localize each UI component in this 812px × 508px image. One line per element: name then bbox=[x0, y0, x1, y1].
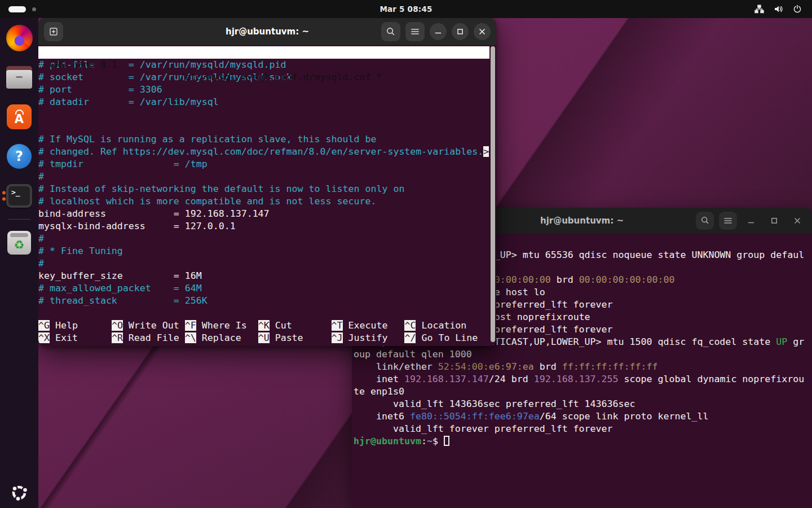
dock-item-trash[interactable]: ♻ bbox=[0, 225, 38, 260]
top-bar: Mar 5 08:45 bbox=[0, 0, 812, 18]
dock-item-help[interactable]: ? bbox=[0, 139, 38, 174]
running-indicator-dots bbox=[2, 191, 6, 201]
workspace-inactive-dot[interactable] bbox=[32, 7, 36, 11]
nano-filename: /etc/mysql/mysql.conf.d/mysqld.cnf * bbox=[179, 71, 382, 84]
wired-network-icon[interactable] bbox=[754, 5, 764, 14]
close-button[interactable] bbox=[474, 23, 491, 40]
terminal-window-nano: hjr@ubuntuvm: ~ GN bbox=[38, 18, 496, 346]
dock-item-firefox[interactable] bbox=[0, 20, 38, 55]
show-apps-button[interactable] bbox=[10, 483, 29, 502]
dock-item-terminal[interactable]: >_ bbox=[0, 178, 38, 213]
maximize-button[interactable] bbox=[452, 23, 469, 40]
system-status-area[interactable] bbox=[754, 5, 802, 14]
workspace-indicator[interactable] bbox=[8, 6, 36, 12]
dock-item-files[interactable] bbox=[0, 60, 38, 95]
ubuntu-logo-icon bbox=[10, 483, 29, 502]
power-icon[interactable] bbox=[793, 5, 802, 14]
app-center-icon: A bbox=[7, 104, 32, 129]
dock-separator bbox=[8, 219, 30, 220]
search-button[interactable] bbox=[696, 212, 714, 230]
clock[interactable]: Mar 5 08:45 bbox=[379, 5, 432, 14]
scrollbar[interactable] bbox=[491, 46, 495, 342]
back-window-title: hjr@ubuntuvm: ~ bbox=[540, 216, 624, 226]
front-window-title: hjr@ubuntuvm: ~ bbox=[226, 27, 309, 37]
dock: A ? >_ ♻ bbox=[0, 18, 38, 508]
nano-titlebar: GNU nano 8.1 /etc/mysql/mysql.conf.d/mys… bbox=[38, 46, 489, 59]
volume-icon[interactable] bbox=[774, 5, 783, 14]
workspace-active-pill[interactable] bbox=[8, 6, 26, 12]
minimize-button[interactable] bbox=[742, 212, 760, 230]
dock-item-app-center[interactable]: A bbox=[0, 99, 38, 134]
help-icon: ? bbox=[7, 144, 32, 169]
minimize-button[interactable] bbox=[430, 23, 447, 40]
files-icon bbox=[6, 66, 32, 89]
nano-editor: GNU nano 8.1 /etc/mysql/mysql.conf.d/mys… bbox=[38, 45, 496, 346]
close-button[interactable] bbox=[788, 212, 806, 230]
maximize-button[interactable] bbox=[765, 212, 783, 230]
menu-button[interactable] bbox=[405, 22, 425, 41]
search-button[interactable] bbox=[381, 22, 400, 41]
nano-version: GNU nano 8.1 bbox=[50, 59, 117, 71]
new-tab-button[interactable] bbox=[44, 22, 63, 41]
nano-shortcut-bar[interactable]: ^G Help ^O Write Out ^F Where Is ^K Cut … bbox=[38, 319, 496, 344]
menu-button[interactable] bbox=[719, 212, 737, 230]
front-window-titlebar[interactable]: hjr@ubuntuvm: ~ bbox=[38, 18, 496, 45]
firefox-icon bbox=[6, 25, 33, 51]
trash-icon: ♻ bbox=[7, 231, 31, 255]
nano-buffer-text: # pid-file = /var/run/mysqld/mysqld.pid#… bbox=[38, 59, 496, 307]
terminal-icon: >_ bbox=[6, 184, 32, 208]
